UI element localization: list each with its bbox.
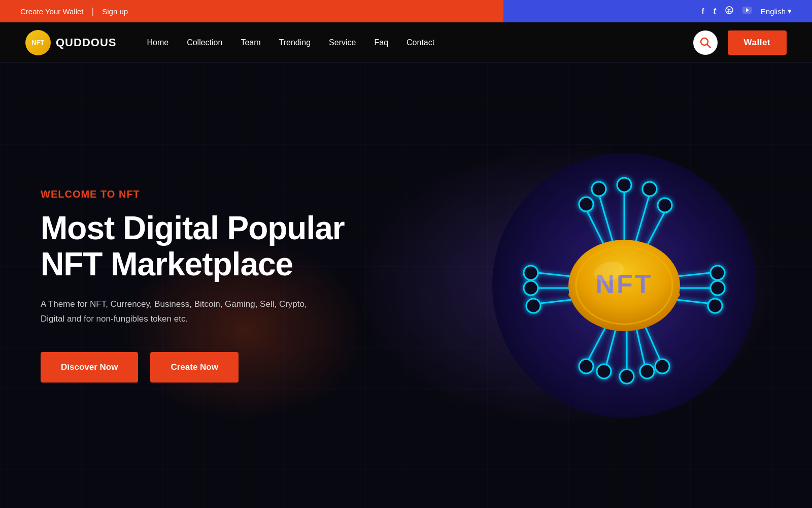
- svg-point-26: [526, 299, 540, 313]
- twitter-icon[interactable]: t: [713, 7, 716, 16]
- svg-point-12: [642, 182, 657, 196]
- top-bar-left: Create Your Wallet | Sign up: [20, 6, 702, 17]
- svg-line-4: [707, 44, 710, 48]
- svg-point-18: [710, 281, 725, 295]
- create-wallet-link[interactable]: Create Your Wallet: [20, 7, 84, 16]
- facebook-icon[interactable]: f: [702, 7, 704, 15]
- discover-now-button[interactable]: Discover Now: [41, 352, 138, 383]
- svg-point-22: [524, 266, 538, 280]
- brand-name: QUDDOUS: [56, 36, 116, 49]
- svg-point-34: [640, 364, 654, 378]
- navbar: NFT QUDDOUS Home Collection Team Trendin…: [0, 22, 812, 63]
- nav-team[interactable]: Team: [241, 38, 260, 47]
- nav-home[interactable]: Home: [147, 38, 168, 47]
- svg-point-10: [617, 178, 631, 192]
- youtube-icon[interactable]: [742, 7, 752, 16]
- hero-section: WELCOME TO NFT Most Digital Popular NFT …: [0, 63, 812, 508]
- wallet-button[interactable]: Wallet: [728, 30, 787, 55]
- svg-point-16: [710, 266, 725, 280]
- nav-service[interactable]: Service: [329, 38, 356, 47]
- language-selector[interactable]: English ▾: [761, 7, 792, 16]
- top-bar: Create Your Wallet | Sign up f t English…: [0, 0, 812, 22]
- top-bar-divider: |: [92, 6, 94, 17]
- search-button[interactable]: [693, 30, 718, 55]
- nft-graphic: NFT: [477, 138, 771, 433]
- svg-point-30: [597, 364, 611, 378]
- dribbble-icon[interactable]: [725, 6, 733, 16]
- hero-title: Most Digital Popular NFT Marketplace: [41, 210, 345, 282]
- svg-point-6: [579, 197, 593, 211]
- hero-description: A Theme for NFT, Currencey, Business, Bi…: [41, 297, 325, 327]
- svg-point-28: [579, 359, 593, 373]
- svg-point-36: [655, 359, 669, 373]
- create-now-button[interactable]: Create Now: [150, 352, 239, 383]
- nav-links: Home Collection Team Trending Service Fa…: [147, 38, 693, 47]
- signup-link[interactable]: Sign up: [102, 7, 128, 16]
- nav-collection[interactable]: Collection: [187, 38, 222, 47]
- hero-buttons: Discover Now Create Now: [41, 352, 345, 383]
- logo-icon: NFT: [25, 30, 51, 55]
- hero-subtitle: WELCOME TO NFT: [41, 188, 345, 200]
- nav-trending[interactable]: Trending: [279, 38, 311, 47]
- svg-point-8: [592, 182, 606, 196]
- svg-point-0: [726, 7, 733, 14]
- nav-right: Wallet: [693, 30, 787, 55]
- nav-faq[interactable]: Faq: [374, 38, 388, 47]
- svg-point-32: [620, 369, 634, 384]
- svg-point-24: [524, 281, 538, 295]
- lang-arrow: ▾: [788, 7, 792, 16]
- svg-point-14: [658, 198, 672, 212]
- nav-contact[interactable]: Contact: [407, 38, 434, 47]
- svg-point-20: [708, 299, 722, 313]
- top-bar-right: f t English ▾: [702, 6, 792, 16]
- logo[interactable]: NFT QUDDOUS: [25, 30, 116, 55]
- nft-illustration: NFT: [467, 108, 782, 463]
- hero-content: WELCOME TO NFT Most Digital Popular NFT …: [0, 188, 345, 383]
